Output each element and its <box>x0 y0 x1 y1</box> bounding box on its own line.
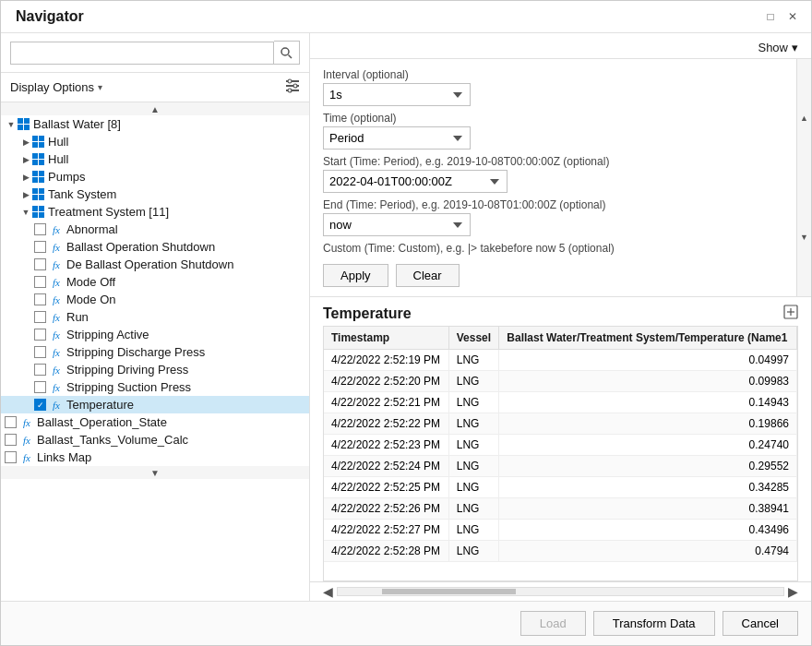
table-cell: 0.14943 <box>499 392 797 413</box>
scroll-left-button[interactable]: ◀ <box>323 584 333 599</box>
tree-node-stripping-suction-press[interactable]: fxStripping Suction Press <box>1 378 309 396</box>
tree-node-ballast-op-state[interactable]: fxBallast_Operation_State <box>1 413 309 431</box>
expand-icon[interactable]: ▶ <box>19 188 32 201</box>
left-panel: Display Options ▾ ▲ ▼Balla <box>1 33 310 601</box>
expand-icon[interactable]: ▼ <box>19 206 32 219</box>
time-select[interactable]: Period <box>323 126 471 150</box>
tree-checkbox[interactable] <box>34 241 46 253</box>
grid-icon <box>18 118 30 130</box>
svg-point-0 <box>281 48 289 55</box>
table-row[interactable]: 4/22/2022 2:52:19 PMLNG0.04997 <box>324 350 797 371</box>
tree-node-links-map[interactable]: fxLinks Map <box>1 449 309 466</box>
tree-checkbox[interactable] <box>34 258 46 270</box>
tree-node-abnormal[interactable]: fxAbnormal <box>1 221 309 238</box>
table-wrapper[interactable]: TimestampVesselBallast Water/Treatment S… <box>323 326 798 581</box>
fx-icon: fx <box>50 329 63 341</box>
tree-node-de-ballast-op-shutdown[interactable]: fxDe Ballast Operation Shutdown <box>1 256 309 273</box>
search-icon-button[interactable] <box>274 41 300 65</box>
tree-checkbox[interactable] <box>34 276 46 288</box>
data-section: Temperature TimestampVesselBallast Water… <box>310 297 811 601</box>
table-cell: 4/22/2022 2:52:28 PM <box>324 541 448 562</box>
tree-node-tank-system[interactable]: ▶Tank System <box>1 185 309 203</box>
interval-label: Interval (optional) <box>323 68 798 81</box>
scroll-track[interactable] <box>337 587 784 596</box>
scroll-up-button[interactable]: ▲ <box>796 59 811 178</box>
expand-icon[interactable]: ▼ <box>5 118 18 131</box>
table-cell: 4/22/2022 2:52:25 PM <box>324 477 448 498</box>
scroll-arrows: ▲ ▼ <box>796 59 811 296</box>
export-icon-button[interactable] <box>783 305 798 322</box>
table-cell: LNG <box>448 392 499 413</box>
expand-icon[interactable]: ▶ <box>19 153 32 166</box>
svg-point-5 <box>288 79 292 83</box>
grid-icon <box>32 188 44 200</box>
table-cell: 0.24740 <box>499 435 797 456</box>
end-select[interactable]: now <box>323 213 471 236</box>
tree-checkbox[interactable] <box>5 434 17 446</box>
tree-node-treatment-system[interactable]: ▼Treatment System [11] <box>1 203 309 221</box>
fx-icon: fx <box>50 259 63 270</box>
transform-data-button[interactable]: Transform Data <box>593 611 715 636</box>
table-cell: LNG <box>448 477 499 498</box>
tree-node-stripping-discharge-press[interactable]: fxStripping Discharge Press <box>1 343 309 361</box>
table-row[interactable]: 4/22/2022 2:52:23 PMLNG0.24740 <box>324 435 797 456</box>
tree-node-ballast-water[interactable]: ▼Ballast Water [8] <box>1 115 309 133</box>
start-select[interactable]: 2022-04-01T00:00:00Z <box>323 170 508 193</box>
tree-node-pumps[interactable]: ▶Pumps <box>1 168 309 185</box>
tree-checkbox[interactable] <box>34 311 46 323</box>
fx-icon: fx <box>50 365 63 376</box>
show-button[interactable]: Show ▾ <box>758 41 798 54</box>
tree-checkbox[interactable] <box>5 451 17 463</box>
close-button[interactable]: ✕ <box>785 9 800 24</box>
table-row[interactable]: 4/22/2022 2:52:26 PMLNG0.38941 <box>324 498 797 520</box>
clear-button[interactable]: Clear <box>396 264 460 287</box>
tree-checkbox[interactable] <box>34 223 46 235</box>
table-row[interactable]: 4/22/2022 2:52:20 PMLNG0.09983 <box>324 371 797 392</box>
tree-node-ballast-op-shutdown[interactable]: fxBallast Operation Shutdown <box>1 238 309 256</box>
table-row[interactable]: 4/22/2022 2:52:28 PMLNG0.4794 <box>324 541 797 562</box>
start-field: Start (Time: Period), e.g. 2019-10-08T00… <box>323 155 798 193</box>
show-chevron-icon: ▾ <box>792 41 798 54</box>
table-row[interactable]: 4/22/2022 2:52:22 PMLNG0.19866 <box>324 413 797 435</box>
table-row[interactable]: 4/22/2022 2:52:27 PMLNG0.43496 <box>324 520 797 541</box>
tree-checkbox[interactable] <box>5 416 17 428</box>
scroll-right-button[interactable]: ▶ <box>788 584 798 599</box>
tree-checkbox[interactable] <box>34 346 46 358</box>
fx-icon: fx <box>50 382 63 393</box>
table-row[interactable]: 4/22/2022 2:52:24 PMLNG0.29552 <box>324 456 797 477</box>
search-input[interactable] <box>10 42 274 65</box>
tree-checkbox[interactable] <box>34 381 46 393</box>
tree-label: Ballast Operation Shutdown <box>66 240 215 254</box>
tree-scroll-up-button[interactable]: ▲ <box>1 102 309 115</box>
tree-node-temperature[interactable]: ✓fxTemperature <box>1 396 309 413</box>
interval-select[interactable]: 1s <box>323 83 471 106</box>
tree-scroll-down-button[interactable]: ▼ <box>1 466 309 479</box>
tree-checkbox[interactable]: ✓ <box>34 399 46 411</box>
tree-node-run[interactable]: fxRun <box>1 308 309 326</box>
expand-icon[interactable]: ▶ <box>19 136 32 149</box>
scroll-down-button[interactable]: ▼ <box>796 178 811 297</box>
apply-button[interactable]: Apply <box>323 264 388 287</box>
display-options-action-icon[interactable] <box>285 78 300 96</box>
tree-checkbox[interactable] <box>34 329 46 341</box>
table-row[interactable]: 4/22/2022 2:52:25 PMLNG0.34285 <box>324 477 797 498</box>
tree-node-stripping-active[interactable]: fxStripping Active <box>1 326 309 343</box>
minimize-button[interactable]: □ <box>763 9 778 24</box>
display-options-label: Display Options <box>10 80 94 94</box>
table-cell: 4/22/2022 2:52:22 PM <box>324 413 448 435</box>
expand-icon[interactable]: ▶ <box>19 171 32 184</box>
tree-node-ballast-tanks-vol[interactable]: fxBallast_Tanks_Volume_Calc <box>1 431 309 449</box>
table-cell: LNG <box>448 435 499 456</box>
display-options-button[interactable]: Display Options ▾ <box>10 80 102 94</box>
tree-checkbox[interactable] <box>34 293 46 305</box>
tree-node-stripping-driving-press[interactable]: fxStripping Driving Press <box>1 361 309 378</box>
tree-node-hull-1[interactable]: ▶Hull <box>1 133 309 150</box>
column-header: Timestamp <box>324 327 448 350</box>
cancel-button[interactable]: Cancel <box>722 611 798 636</box>
table-row[interactable]: 4/22/2022 2:52:21 PMLNG0.14943 <box>324 392 797 413</box>
tree-node-mode-on[interactable]: fxMode On <box>1 291 309 308</box>
window-title: Navigator <box>16 8 84 25</box>
tree-node-mode-off[interactable]: fxMode Off <box>1 273 309 291</box>
tree-node-hull-2[interactable]: ▶Hull <box>1 150 309 168</box>
tree-checkbox[interactable] <box>34 364 46 376</box>
